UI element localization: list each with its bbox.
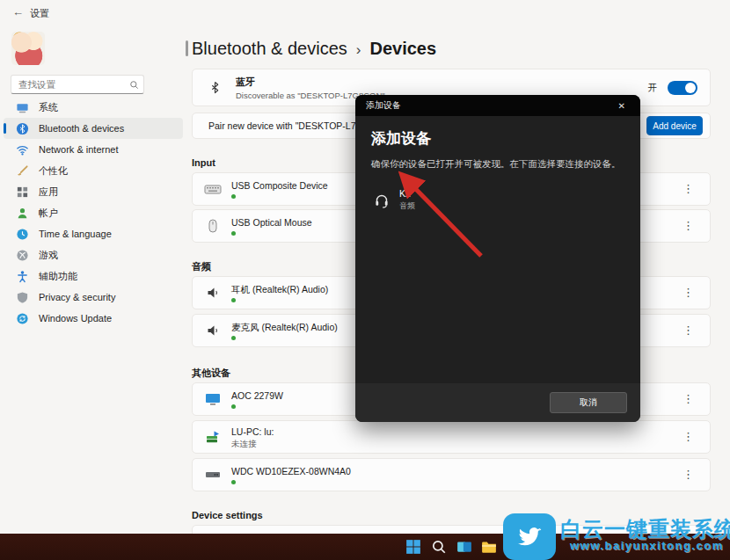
more-options-icon[interactable]: ⋮: [677, 467, 699, 483]
update-icon: [16, 312, 29, 325]
sidebar-item-windows-update[interactable]: Windows Update: [4, 308, 183, 329]
status-dot-icon: [231, 298, 236, 302]
device-row-lu-pc: LU-PC: lu:未连接 ⋮: [192, 420, 711, 454]
sidebar-item-personalization[interactable]: 个性化: [4, 160, 183, 181]
start-button-icon[interactable]: [405, 539, 421, 555]
section-other-devices: 其他设备: [192, 367, 230, 380]
bluetooth-title: 蓝牙: [236, 76, 385, 89]
sidebar-item-time-language[interactable]: Time & language: [4, 223, 183, 244]
device-status-text: 未连接: [231, 439, 274, 448]
toggle-state-label: 开: [648, 82, 658, 94]
more-options-icon[interactable]: ⋮: [677, 323, 699, 338]
section-input: Input: [192, 157, 215, 168]
sidebar-item-apps[interactable]: 应用: [4, 181, 183, 202]
search-icon: [129, 80, 139, 90]
close-icon[interactable]: ✕: [614, 99, 630, 113]
dialog-heading: 添加设备: [371, 128, 624, 149]
sidebar-item-accounts[interactable]: 帐户: [4, 202, 183, 223]
sidebar-item-system[interactable]: 系统: [4, 97, 183, 118]
status-dot-icon: [231, 404, 236, 409]
settings-window: ← 设置 系统 Bluetooth & devices Network & in…: [0, 0, 730, 560]
headset-icon: [373, 192, 391, 209]
mouse-icon: [204, 217, 222, 235]
breadcrumb: Bluetooth & devices › Devices: [192, 39, 436, 59]
back-arrow-icon[interactable]: ←: [12, 5, 24, 18]
bluetooth-icon: [16, 122, 29, 135]
sidebar-item-accessibility[interactable]: 辅助功能: [4, 265, 183, 287]
add-device-dialog: 添加设备 ✕ 添加设备 确保你的设备已打开并可被发现。在下面选择要连接的设备。 …: [355, 95, 640, 422]
status-dot-icon: [231, 194, 236, 199]
accessibility-icon: [16, 270, 29, 283]
search-box: [11, 75, 144, 94]
sidebar: 系统 Bluetooth & devices Network & interne…: [4, 97, 183, 329]
app-title: 设置: [30, 7, 49, 20]
status-dot-icon: [231, 480, 236, 484]
breadcrumb-parent[interactable]: Bluetooth & devices: [192, 39, 347, 59]
speaker-icon: [204, 322, 222, 339]
more-options-icon[interactable]: ⋮: [677, 218, 699, 234]
dialog-device-k2[interactable]: K2 音频: [371, 185, 624, 215]
more-options-icon[interactable]: ⋮: [677, 429, 699, 445]
more-options-icon[interactable]: ⋮: [677, 181, 699, 197]
sidebar-item-gaming[interactable]: 游戏: [4, 244, 183, 265]
wifi-icon: [16, 143, 29, 156]
person-icon: [16, 207, 29, 220]
more-options-icon[interactable]: ⋮: [677, 285, 699, 301]
device-name: K2: [399, 188, 415, 199]
search-input[interactable]: [11, 75, 144, 94]
breadcrumb-separator: ›: [356, 41, 361, 59]
speaker-icon: [204, 284, 222, 302]
page-title: Devices: [369, 39, 436, 59]
system-icon: [16, 101, 29, 114]
sidebar-item-bluetooth-devices[interactable]: Bluetooth & devices: [4, 118, 183, 139]
hard-drive-icon: [204, 466, 222, 484]
dialog-titlebar-title: 添加设备: [366, 99, 401, 112]
file-explorer-icon[interactable]: [481, 539, 497, 555]
add-device-button[interactable]: Add device: [646, 116, 703, 135]
cancel-button[interactable]: 取消: [550, 392, 627, 413]
sidebar-item-privacy[interactable]: Privacy & security: [4, 287, 183, 308]
device-type: 音频: [399, 200, 415, 212]
sidebar-scrollbar[interactable]: [186, 40, 188, 56]
media-server-icon: [204, 428, 222, 446]
edge-browser-icon[interactable]: [506, 539, 522, 555]
status-dot-icon: [231, 231, 236, 236]
status-dot-icon: [231, 336, 236, 340]
bluetooth-glyph-icon: [208, 81, 222, 94]
brush-icon: [16, 164, 29, 178]
device-row-hard-drive: WDC WD10EZEX-08WN4A0 ⋮: [192, 458, 711, 491]
clock-icon: [16, 228, 29, 241]
taskbar: [0, 534, 730, 560]
section-audio: 音频: [192, 260, 211, 273]
taskbar-search-icon[interactable]: [431, 539, 447, 555]
apps-grid-icon: [16, 185, 29, 199]
user-avatar: [11, 32, 45, 65]
sidebar-item-network[interactable]: Network & internet: [4, 139, 183, 160]
more-options-icon[interactable]: ⋮: [677, 391, 699, 407]
dialog-titlebar: 添加设备 ✕: [355, 95, 640, 116]
shield-icon: [16, 291, 29, 304]
keyboard-icon: [204, 180, 222, 198]
dialog-footer: 取消: [355, 383, 640, 422]
monitor-icon: [204, 390, 222, 408]
section-device-settings: Device settings: [192, 510, 263, 520]
dialog-description: 确保你的设备已打开并可被发现。在下面选择要连接的设备。: [371, 158, 624, 171]
task-view-icon[interactable]: [456, 539, 472, 555]
bluetooth-toggle[interactable]: [668, 81, 697, 95]
xbox-icon: [16, 249, 29, 262]
